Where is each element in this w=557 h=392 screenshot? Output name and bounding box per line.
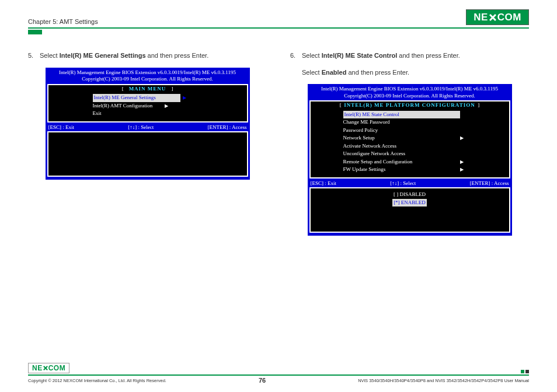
bios-title-row: [ INTEL(R) ME PLATFORM CONFIGURATION ] [314, 102, 506, 110]
menu-item: FW Update Settings▶ [343, 166, 506, 174]
bios-screenshot-right: Intel(R) Management Engine BIOS Extensio… [308, 84, 512, 236]
submenu-arrow-icon: ▶ [460, 159, 464, 166]
bios-empty-box [47, 131, 248, 177]
step-number: 5. [28, 51, 36, 61]
menu-item: Activate Network Access [343, 142, 506, 150]
submenu-arrow-icon: ▶ [165, 103, 168, 110]
nexcom-logo: NECOM [466, 9, 529, 25]
menu-item: Intel(R) ME General Settings ▶ [93, 94, 243, 102]
bios-title-row: [ MAIN MENU ] [52, 85, 243, 93]
bios-menu-box: [ MAIN MENU ] Intel(R) ME General Settin… [47, 84, 248, 123]
menu-item: Intel(R) AMT Configuration ▶ [93, 102, 243, 110]
bios-options-box: [ ] DISABLED [*] ENABLED [309, 187, 510, 233]
step-6: 6. Select Intel(R) ME State Control and … [290, 51, 529, 61]
page-number: 76 [259, 377, 266, 384]
bios-menu-box: [ INTEL(R) ME PLATFORM CONFIGURATION ] I… [309, 100, 510, 178]
step-subtext: Select Enabled and then press Enter. [302, 68, 529, 78]
right-column: 6. Select Intel(R) ME State Control and … [290, 51, 529, 236]
bios-header: Intel(R) Management Engine BIOS Extensio… [309, 86, 510, 99]
chapter-title: Chapter 5: AMT Settings [28, 18, 98, 25]
footer-rule [28, 374, 529, 376]
header-rule [28, 27, 529, 29]
header-tabs [28, 30, 529, 34]
option-disabled: [ ] DISABLED [314, 191, 506, 199]
bios-screenshot-left: Intel(R) Management Engine BIOS Extensio… [46, 68, 250, 180]
step-5: 5. Select Intel(R) ME General Settings a… [28, 51, 267, 61]
bios-header: Intel(R) Management Engine BIOS Extensio… [47, 69, 248, 83]
menu-item: Exit [93, 110, 243, 118]
menu-item: Password Policy [343, 127, 506, 135]
step-text: Select Intel(R) ME General Settings and … [40, 51, 208, 61]
submenu-arrow-icon: ▶ [460, 166, 464, 173]
step-text: Select Intel(R) ME State Control and the… [302, 51, 460, 61]
submenu-arrow-icon: ▶ [460, 135, 464, 142]
menu-item: Network Setup▶ [343, 134, 506, 142]
nexcom-footer-logo: NECOM [28, 363, 69, 373]
menu-item: Remote Setup and Configuration▶ [343, 158, 506, 166]
step-number: 6. [290, 51, 298, 61]
corner-decoration [521, 370, 529, 373]
manual-title: NViS 3540/3540H/3540P4/3540P8 and NViS 3… [358, 378, 529, 383]
bios-footer-hints: [ESC] : Exit [↑↓] : Select [ENTER] : Acc… [309, 180, 510, 188]
menu-item: Change ME Password [343, 118, 506, 127]
option-enabled: [*] ENABLED [314, 199, 506, 207]
submenu-arrow-icon: ▶ [183, 94, 186, 102]
bios-footer-hints: [ESC] : Exit [↑↓] : Select [ENTER] : Acc… [47, 124, 248, 132]
menu-item: Unconfigure Network Access [343, 150, 506, 158]
menu-item: Intel(R) ME State Control [343, 111, 506, 119]
left-column: 5. Select Intel(R) ME General Settings a… [28, 51, 267, 236]
copyright: Copyright © 2012 NEXCOM International Co… [28, 378, 166, 383]
